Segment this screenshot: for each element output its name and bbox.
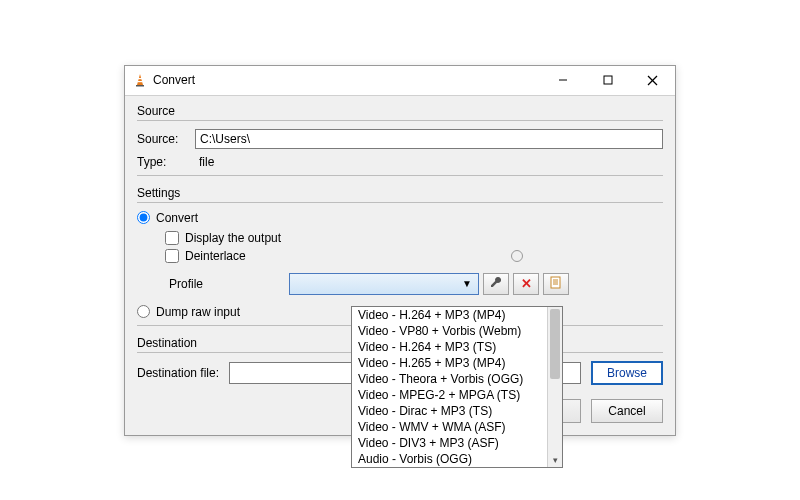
- deinterlace-checkbox[interactable]: [165, 249, 179, 263]
- dump-raw-radio[interactable]: [137, 305, 150, 318]
- profile-option[interactable]: Video - H.264 + MP3 (TS): [352, 339, 562, 355]
- titlebar: Convert: [125, 66, 675, 96]
- display-output-label: Display the output: [185, 231, 281, 245]
- scroll-down-arrow-icon[interactable]: ▾: [548, 453, 562, 467]
- source-group-label: Source: [137, 104, 663, 118]
- type-label: Type:: [137, 155, 195, 169]
- new-profile-button[interactable]: [543, 273, 569, 295]
- svg-marker-0: [137, 74, 143, 85]
- dropdown-scrollbar[interactable]: ▾: [547, 307, 562, 467]
- convert-dialog: Convert Source Source: Type: file Sett: [124, 65, 676, 436]
- source-label: Source:: [137, 132, 195, 146]
- convert-radio-label: Convert: [156, 211, 198, 225]
- vlc-cone-icon: [133, 73, 147, 87]
- source-input[interactable]: [195, 129, 663, 149]
- new-profile-icon: [549, 275, 563, 292]
- profile-combobox[interactable]: ▼: [289, 273, 479, 295]
- small-radio-icon: [511, 250, 523, 262]
- cancel-button[interactable]: Cancel: [591, 399, 663, 423]
- profile-option[interactable]: Video - H.264 + MP3 (MP4): [352, 307, 562, 323]
- profile-option[interactable]: Video - Dirac + MP3 (TS): [352, 403, 562, 419]
- divider: [137, 175, 663, 176]
- divider: [137, 120, 663, 121]
- profile-option[interactable]: Audio - Vorbis (OGG): [352, 451, 562, 467]
- svg-rect-3: [138, 81, 143, 82]
- browse-button[interactable]: Browse: [591, 361, 663, 385]
- svg-rect-1: [136, 85, 144, 87]
- profile-option[interactable]: Video - WMV + WMA (ASF): [352, 419, 562, 435]
- source-group: Source Source: Type: file: [137, 104, 663, 176]
- edit-profile-button[interactable]: [483, 273, 509, 295]
- delete-profile-button[interactable]: ✕: [513, 273, 539, 295]
- profile-option[interactable]: Video - H.265 + MP3 (MP4): [352, 355, 562, 371]
- profile-option[interactable]: Video - MPEG-2 + MPGA (TS): [352, 387, 562, 403]
- minimize-button[interactable]: [540, 65, 585, 95]
- type-value: file: [195, 155, 214, 169]
- dump-raw-label: Dump raw input: [156, 305, 240, 319]
- convert-radio[interactable]: [137, 211, 150, 224]
- window-title: Convert: [153, 73, 540, 87]
- chevron-down-icon: ▼: [462, 278, 472, 289]
- destination-file-label: Destination file:: [137, 366, 229, 380]
- settings-group: Settings Convert Display the output Dein…: [137, 186, 663, 326]
- profile-option[interactable]: Video - Theora + Vorbis (OGG): [352, 371, 562, 387]
- svg-rect-5: [604, 76, 612, 84]
- deinterlace-label: Deinterlace: [185, 249, 246, 263]
- profile-option[interactable]: Video - DIV3 + MP3 (ASF): [352, 435, 562, 451]
- close-button[interactable]: [630, 65, 675, 95]
- scrollbar-thumb[interactable]: [550, 309, 560, 379]
- svg-rect-2: [138, 78, 142, 79]
- wrench-icon: [489, 275, 503, 292]
- maximize-button[interactable]: [585, 65, 630, 95]
- profile-label: Profile: [165, 277, 285, 291]
- profile-dropdown-list[interactable]: Video - H.264 + MP3 (MP4)Video - VP80 + …: [351, 306, 563, 468]
- profile-option[interactable]: Video - VP80 + Vorbis (Webm): [352, 323, 562, 339]
- delete-x-icon: ✕: [521, 276, 532, 291]
- display-output-checkbox[interactable]: [165, 231, 179, 245]
- divider: [137, 202, 663, 203]
- settings-group-label: Settings: [137, 186, 663, 200]
